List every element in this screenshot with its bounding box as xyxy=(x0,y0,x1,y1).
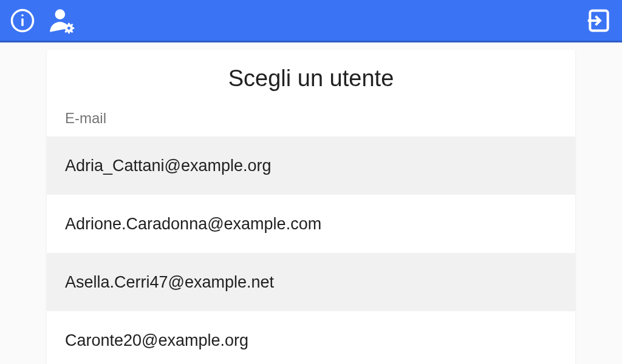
header-left-group xyxy=(10,5,78,36)
user-settings-button[interactable] xyxy=(47,5,78,36)
email-cell: Adria_Cattani@example.org xyxy=(65,157,272,175)
email-cell: Asella.Cerri47@example.net xyxy=(65,273,274,292)
email-cell: Caronte20@example.org xyxy=(65,331,248,350)
svg-rect-6 xyxy=(68,22,70,25)
svg-point-3 xyxy=(55,9,66,19)
exit-button[interactable] xyxy=(586,7,612,34)
svg-rect-8 xyxy=(64,27,66,29)
info-button[interactable] xyxy=(10,8,35,33)
email-column-header: E-mail xyxy=(47,103,575,136)
app-header xyxy=(0,0,622,42)
svg-point-2 xyxy=(21,14,24,16)
table-row[interactable]: Asella.Cerri47@example.net xyxy=(47,253,575,311)
svg-rect-9 xyxy=(72,27,74,29)
table-row[interactable]: Caronte20@example.org xyxy=(47,311,575,364)
user-select-card: Scegli un utente E-mail Adria_Cattani@ex… xyxy=(47,50,575,364)
table-row[interactable]: Adrione.Caradonna@example.com xyxy=(47,195,575,253)
svg-point-5 xyxy=(67,27,70,30)
user-table: Adria_Cattani@example.org Adrione.Carado… xyxy=(47,136,575,364)
user-settings-icon xyxy=(47,5,78,36)
info-icon xyxy=(10,8,35,33)
email-cell: Adrione.Caradonna@example.com xyxy=(65,215,321,234)
table-row[interactable]: Adria_Cattani@example.org xyxy=(47,136,575,195)
svg-rect-7 xyxy=(68,31,70,33)
card-title: Scegli un utente xyxy=(47,50,575,103)
exit-icon xyxy=(586,7,612,34)
